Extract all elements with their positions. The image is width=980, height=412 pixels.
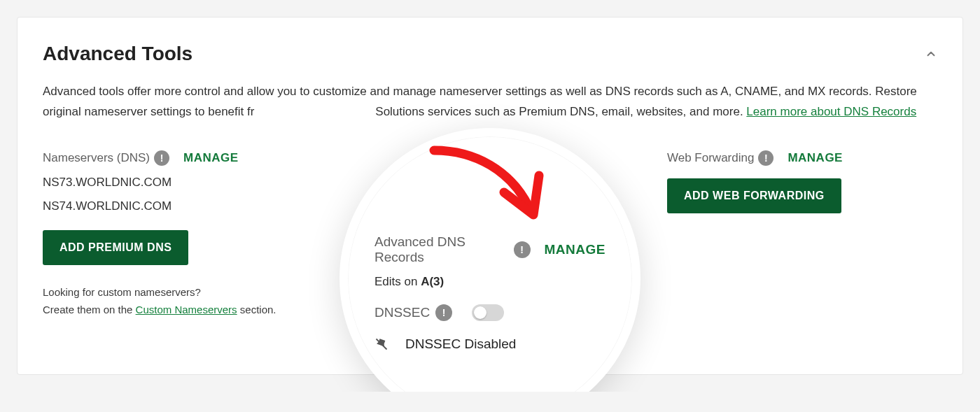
chevron-up-icon[interactable] (925, 48, 937, 60)
dns-records-label: Advanced DNS Records (374, 234, 510, 265)
edits-count: A(3) (421, 275, 444, 288)
info-icon[interactable]: ! (435, 304, 452, 321)
nameserver-list: NS73.WORLDNIC.COM NS74.WORLDNIC.COM (43, 176, 313, 213)
nameservers-hint: Looking for custom nameservers? Create t… (43, 283, 313, 319)
info-icon[interactable]: ! (758, 150, 774, 166)
hint-line-1: Looking for custom nameservers? (43, 283, 313, 301)
toggle-knob (474, 306, 486, 319)
web-forwarding-column: Web Forwarding ! MANAGE ADD WEB FORWARDI… (667, 150, 937, 213)
nameserver-item: NS74.WORLDNIC.COM (43, 199, 313, 213)
add-premium-dns-button[interactable]: ADD PREMIUM DNS (43, 230, 188, 265)
dns-records-manage-link[interactable]: MANAGE (545, 242, 606, 257)
unpin-icon (374, 337, 388, 351)
hint-line-2: Create them on the Custom Nameservers se… (43, 301, 313, 319)
nameservers-header: Nameservers (DNS) ! MANAGE (43, 150, 313, 166)
info-icon[interactable]: ! (514, 241, 531, 258)
custom-nameservers-link[interactable]: Custom Nameservers (136, 304, 237, 315)
nameservers-label: Nameservers (DNS) (43, 151, 150, 165)
dnssec-label: DNSSEC (374, 305, 430, 320)
advanced-tools-card: Advanced Tools Advanced tools offer more… (17, 17, 963, 375)
nameserver-item: NS73.WORLDNIC.COM (43, 176, 313, 190)
dns-records-column: Advanced DNS Records ! MANAGE Edits on A… (374, 234, 606, 352)
learn-more-link[interactable]: Learn more about DNS Records (746, 105, 916, 118)
dnssec-status-text: DNSSEC Disabled (405, 336, 516, 352)
dnssec-status-row: DNSSEC Disabled (374, 336, 606, 352)
dnssec-toggle[interactable] (472, 304, 504, 321)
web-forwarding-header: Web Forwarding ! MANAGE (667, 150, 937, 166)
dns-records-header: Advanced DNS Records ! MANAGE (374, 234, 606, 265)
card-description: Advanced tools offer more control and al… (43, 82, 937, 122)
web-forwarding-manage-link[interactable]: MANAGE (788, 151, 843, 165)
nameservers-manage-link[interactable]: MANAGE (183, 151, 239, 165)
card-title: Advanced Tools (43, 43, 192, 65)
add-web-forwarding-button[interactable]: ADD WEB FORWARDING (667, 178, 841, 213)
web-forwarding-label: Web Forwarding (667, 151, 754, 165)
edits-line: Edits on A(3) (374, 275, 606, 289)
dnssec-row: DNSSEC ! (374, 304, 606, 321)
info-icon[interactable]: ! (154, 150, 169, 166)
card-header: Advanced Tools (43, 43, 937, 65)
description-text-post: Solutions services such as Premium DNS, … (372, 105, 747, 118)
nameservers-column: Nameservers (DNS) ! MANAGE NS73.WORLDNIC… (43, 150, 313, 319)
